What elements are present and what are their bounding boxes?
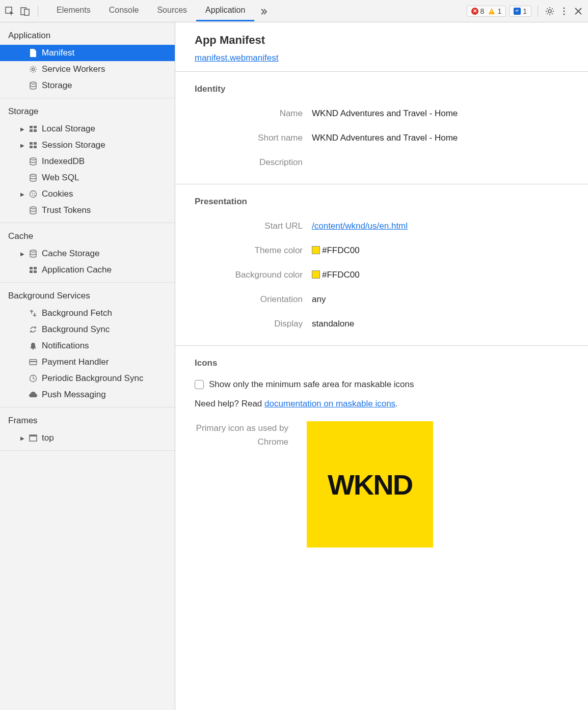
sidebar-item-cache-storage[interactable]: ▶ Cache Storage: [0, 245, 175, 262]
svg-rect-21: [34, 146, 37, 148]
inspect-icon[interactable]: [4, 6, 15, 17]
svg-rect-19: [34, 142, 37, 145]
issues-badge[interactable]: 1: [509, 6, 531, 17]
toolbar-left: [4, 6, 41, 17]
sidebar-item-trust-tokens[interactable]: Trust Tokens: [0, 202, 175, 219]
kebab-menu-icon[interactable]: [558, 6, 570, 17]
svg-point-29: [30, 207, 36, 209]
bgcolor-text: #FFDC00: [322, 270, 360, 280]
sidebar-item-websql[interactable]: Web SQL: [0, 170, 175, 186]
sidebar-item-service-workers[interactable]: Service Workers: [0, 61, 175, 77]
expand-arrow-icon[interactable]: ▶: [20, 435, 24, 441]
sidebar-item-push-messaging[interactable]: Push Messaging: [0, 387, 175, 403]
sidebar-item-periodic-sync[interactable]: Periodic Background Sync: [0, 370, 175, 387]
kv-orientation: Orientation any: [175, 287, 588, 312]
panel-tabs: Elements Console Sources Application: [47, 1, 467, 21]
sidebar-item-notifications[interactable]: Notifications: [0, 338, 175, 354]
settings-icon[interactable]: [544, 6, 555, 17]
sidebar-item-local-storage[interactable]: ▶ Local Storage: [0, 121, 175, 137]
svg-rect-18: [30, 142, 33, 145]
main-panel: App Manifest manifest.webmanifest Identi…: [175, 22, 588, 710]
sidebar-item-label: top: [42, 433, 54, 443]
device-toggle-icon[interactable]: [19, 6, 31, 17]
svg-rect-31: [30, 267, 33, 269]
clock-icon: [29, 374, 38, 383]
error-warning-badge[interactable]: ✕ 8 1: [467, 6, 506, 17]
sidebar-item-manifest[interactable]: Manifest: [0, 45, 175, 61]
sidebar-item-top-frame[interactable]: ▶ top: [0, 430, 175, 446]
svg-point-23: [30, 174, 36, 176]
maskable-checkbox[interactable]: [195, 380, 204, 389]
bell-icon: [29, 342, 38, 350]
kv-shortname: Short name WKND Adventures and Travel - …: [175, 126, 588, 150]
sidebar-item-cookies[interactable]: ▶ Cookies: [0, 186, 175, 202]
expand-arrow-icon[interactable]: ▶: [20, 251, 24, 257]
starturl-link[interactable]: /content/wknd/us/en.html: [312, 221, 408, 231]
expand-arrow-icon[interactable]: ▶: [20, 192, 24, 197]
primary-icon-preview: WKND: [307, 421, 433, 548]
svg-rect-33: [30, 270, 33, 273]
kv-bgcolor: Background color #FFDC00: [175, 263, 588, 287]
tab-elements[interactable]: Elements: [47, 1, 100, 21]
main-header: App Manifest manifest.webmanifest: [175, 22, 588, 72]
svg-rect-5: [515, 9, 520, 13]
kv-themecolor: Theme color #FFDC00: [175, 238, 588, 263]
page-title: App Manifest: [195, 34, 569, 47]
sidebar-item-label: Cookies: [42, 189, 73, 199]
kv-display: Display standalone: [175, 312, 588, 336]
divider: [38, 6, 38, 17]
tab-console[interactable]: Console: [100, 1, 148, 21]
tab-application[interactable]: Application: [196, 1, 254, 21]
more-tabs-icon[interactable]: [258, 6, 270, 17]
sidebar-heading-cache: Cache: [0, 227, 175, 245]
frame-icon: [29, 434, 38, 442]
sidebar-item-label: Application Cache: [42, 265, 112, 275]
svg-rect-16: [30, 129, 33, 132]
database-icon: [29, 81, 38, 90]
svg-point-28: [34, 195, 35, 196]
sync-icon: [29, 325, 38, 334]
sidebar-item-indexeddb[interactable]: IndexedDB: [0, 153, 175, 170]
issue-count: 1: [523, 7, 527, 15]
value-display: standalone: [312, 319, 569, 329]
sidebar-item-label: Periodic Background Sync: [42, 373, 143, 384]
sidebar-item-application-cache[interactable]: Application Cache: [0, 262, 175, 278]
close-icon[interactable]: [573, 6, 584, 17]
sidebar-item-label: Service Workers: [42, 64, 105, 74]
sidebar-heading-storage: Storage: [0, 102, 175, 121]
svg-rect-2: [24, 9, 29, 15]
manifest-link[interactable]: manifest.webmanifest: [195, 53, 278, 63]
maskable-docs-link[interactable]: documentation on maskable icons: [264, 399, 395, 408]
svg-rect-7: [516, 11, 518, 11]
kv-name: Name WKND Adventures and Travel - Home: [175, 101, 588, 126]
help-suffix: .: [395, 399, 398, 408]
sidebar-item-background-sync[interactable]: Background Sync: [0, 321, 175, 338]
sidebar-section-application: Application Manifest Service Workers: [0, 22, 175, 98]
sidebar-section-cache: Cache ▶ Cache Storage Application Cache: [0, 223, 175, 283]
tab-sources[interactable]: Sources: [148, 1, 196, 21]
sidebar-item-label: Background Fetch: [42, 308, 112, 318]
expand-arrow-icon[interactable]: ▶: [20, 143, 24, 148]
help-prefix: Need help? Read: [195, 399, 264, 408]
label-starturl: Start URL: [195, 221, 312, 231]
sidebar-item-background-fetch[interactable]: Background Fetch: [0, 305, 175, 321]
themecolor-text: #FFDC00: [322, 245, 360, 255]
sidebar: Application Manifest Service Workers: [0, 22, 175, 710]
expand-arrow-icon[interactable]: ▶: [20, 126, 24, 132]
content: Application Manifest Service Workers: [0, 22, 588, 710]
sidebar-item-label: Payment Handler: [42, 357, 109, 367]
value-orientation: any: [312, 294, 569, 305]
toolbar-right: ✕ 8 1 1: [467, 6, 584, 17]
sidebar-heading-frames: Frames: [0, 412, 175, 430]
label-description: Description: [195, 157, 312, 168]
label-themecolor: Theme color: [195, 245, 312, 256]
svg-point-11: [564, 13, 565, 15]
sidebar-item-payment-handler[interactable]: Payment Handler: [0, 354, 175, 370]
credit-card-icon: [29, 359, 38, 366]
sidebar-item-session-storage[interactable]: ▶ Session Storage: [0, 137, 175, 153]
svg-rect-3: [492, 10, 492, 12]
issue-icon: [514, 8, 521, 15]
divider: [538, 6, 538, 17]
sidebar-item-label: Background Sync: [42, 324, 110, 335]
sidebar-item-storage[interactable]: Storage: [0, 77, 175, 94]
